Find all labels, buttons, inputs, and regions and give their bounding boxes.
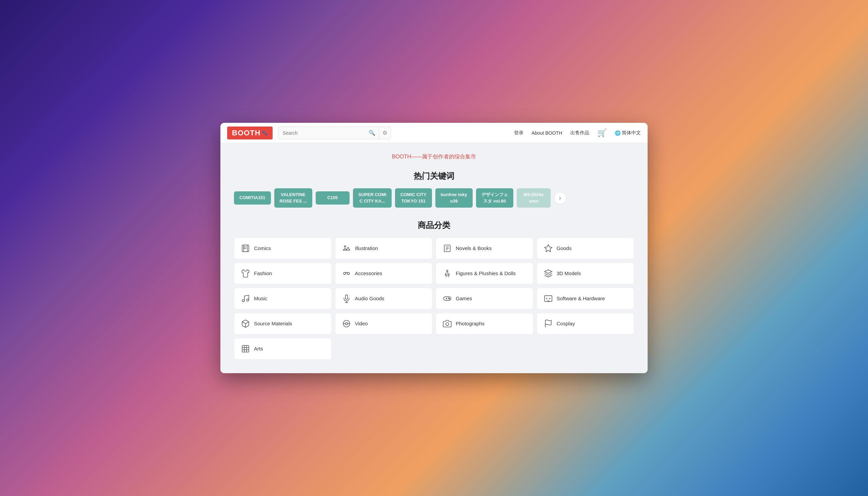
browser-window: BOOTH 🐾 🔍 ⚙ 登录 About BOOTH 出售作品 🛒 🌐 简体中文… [220,123,648,373]
category-source-materials[interactable]: Source Materials [234,313,332,335]
comics-icon [241,244,250,253]
keyword-chip-valentine[interactable]: VALENTINEROSE FES ... [274,188,312,207]
category-cosplay[interactable]: Cosplay [537,313,634,335]
globe-icon: 🌐 [615,130,621,136]
category-music[interactable]: Music [234,288,332,309]
keyword-chip-bunfree[interactable]: bunfree tokyo39 [435,188,473,207]
category-arts[interactable]: Arts [234,338,332,360]
svg-point-32 [446,322,449,325]
category-photographs[interactable]: Photographs [436,313,533,335]
navbar: BOOTH 🐾 🔍 ⚙ 登录 About BOOTH 出售作品 🛒 🌐 简体中文 [220,123,648,143]
figures-label: Figures & Plushies & Dolls [456,270,516,276]
goods-label: Goods [557,245,572,251]
category-games[interactable]: Games [436,288,533,309]
novels-icon [443,244,452,253]
keyword-chip-comiccity[interactable]: COMIC CITYTOKYO 151 [395,188,432,207]
keyword-chip-comitia151[interactable]: COMITIA151 [234,191,271,204]
category-video[interactable]: Video [335,313,433,335]
category-software-hardware[interactable]: Software & Hardware [537,288,634,309]
category-comics[interactable]: Comics [234,237,332,259]
svg-point-10 [343,272,346,275]
category-goods[interactable]: Goods [537,237,634,259]
source-label: Source Materials [254,321,292,326]
logo-paw-icon: 🐾 [262,130,268,136]
fashion-icon [241,269,250,278]
language-selector[interactable]: 🌐 简体中文 [615,130,641,136]
svg-point-4 [344,246,345,247]
main-content: BOOTH——属于创作者的综合集市 热门关键词 COMITIA151 VALEN… [220,143,648,373]
svg-point-11 [347,272,349,275]
keywords-row: COMITIA151 VALENTINEROSE FES ... C105 SU… [234,188,634,207]
cart-icon[interactable]: 🛒 [597,128,607,137]
comics-label: Comics [254,245,271,251]
categories-grid: Comics Illustration Novels & Books [234,237,634,360]
nav-links: 登录 About BOOTH 出售作品 🛒 🌐 简体中文 [514,128,641,137]
svg-point-29 [345,322,348,325]
keyword-chip-design[interactable]: デザインフェスタ vol.60 [476,188,513,207]
figures-icon [443,269,452,278]
category-illustration[interactable]: Illustration [335,237,433,259]
svg-point-15 [242,299,244,302]
sell-link[interactable]: 出售作品 [570,130,589,136]
category-novels-books[interactable]: Novels & Books [436,237,533,259]
accessories-label: Accessories [355,270,383,276]
music-label: Music [254,295,267,301]
audio-icon [342,294,351,303]
arts-icon [241,344,250,353]
fashion-label: Fashion [254,270,272,276]
video-icon [342,319,351,328]
games-label: Games [456,295,472,301]
illustration-icon [342,244,351,253]
svg-rect-34 [242,345,249,352]
audio-label: Audio Goods [355,295,385,301]
booth-logo[interactable]: BOOTH 🐾 [227,126,273,139]
svg-point-16 [246,299,249,301]
category-fashion[interactable]: Fashion [234,263,332,284]
novels-label: Novels & Books [456,245,492,251]
music-icon [241,294,250,303]
accessories-icon [342,269,351,278]
svg-point-23 [449,298,450,299]
login-link[interactable]: 登录 [514,130,524,136]
svg-point-12 [447,270,448,272]
filter-button[interactable]: ⚙ [379,127,391,139]
cosplay-icon [544,319,553,328]
search-bar: 🔍 ⚙ [278,126,391,139]
games-icon [443,294,452,303]
tagline: BOOTH——属于创作者的综合集市 [234,153,634,160]
keyword-chip-m3[interactable]: M3-2024aumn [517,188,551,207]
categories-title: 商品分类 [234,220,634,231]
search-input[interactable] [278,127,365,138]
keyword-chip-c105[interactable]: C105 [316,191,350,204]
hot-keywords-title: 热门关键词 [234,171,634,182]
lang-label: 简体中文 [622,130,641,136]
photos-icon [443,319,452,328]
about-link[interactable]: About BOOTH [532,130,562,136]
3dmodels-icon [544,269,553,278]
photographs-label: Photographs [456,321,484,326]
software-label: Software & Hardware [557,295,605,301]
category-accessories[interactable]: Accessories [335,263,433,284]
illustration-label: Illustration [355,245,378,251]
logo-text: BOOTH [232,128,260,137]
keywords-next-button[interactable]: › [554,192,566,204]
arts-label: Arts [254,346,263,352]
search-button[interactable]: 🔍 [365,127,379,139]
software-icon [544,294,553,303]
category-figures[interactable]: Figures & Plushies & Dolls [436,263,533,284]
goods-icon [544,244,553,253]
video-label: Video [355,321,368,326]
category-3d-models[interactable]: 3D Models [537,263,634,284]
category-audio-goods[interactable]: Audio Goods [335,288,433,309]
cosplay-label: Cosplay [557,321,575,326]
svg-point-22 [448,298,449,298]
source-icon [241,319,250,328]
svg-marker-9 [545,245,552,252]
keyword-chip-supercomi[interactable]: SUPER COMIC CITY KA... [353,188,391,207]
3dmodels-label: 3D Models [557,270,581,276]
